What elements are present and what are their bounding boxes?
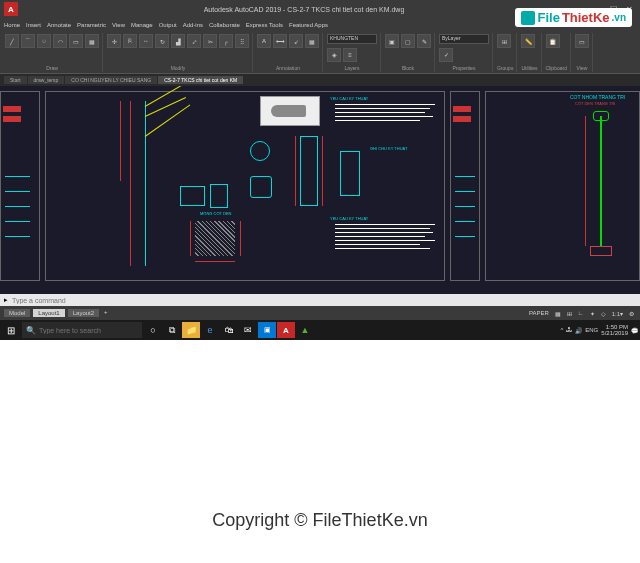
layer-match[interactable]: ≡ [343, 48, 357, 62]
dwg-title-3: MONG COT DEN [200, 211, 231, 216]
watermark: FileThietKe.vn [515, 8, 632, 27]
measure-tool[interactable]: 📏 [521, 34, 535, 48]
polyline-tool[interactable]: ⌒ [21, 34, 35, 48]
hatch-tool[interactable]: ▦ [85, 34, 99, 48]
tray-up-icon[interactable]: ^ [560, 327, 563, 333]
reference-image [260, 96, 320, 126]
paper-toggle[interactable]: PAPER [527, 310, 551, 316]
taskview-icon[interactable]: ⧉ [163, 322, 181, 338]
panel-annotation: A ⟷ ↙ ▦ Annotation [254, 33, 323, 72]
array-tool[interactable]: ⠿ [235, 34, 249, 48]
command-line[interactable]: ▸ [0, 294, 640, 306]
file-tab-1[interactable]: draw_temp [28, 76, 65, 84]
prop-combo[interactable]: ByLayer [439, 34, 489, 44]
ribbon-tab-insert[interactable]: Insert [26, 22, 41, 28]
ribbon-tab-collaborate[interactable]: Collaborate [209, 22, 240, 28]
layer-props[interactable]: ◈ [327, 48, 341, 62]
panel-utilities-label: Utilities [521, 65, 537, 71]
file-tab-3[interactable]: CS-2-7 TKCS chi tiet cot den KM [158, 76, 243, 84]
copyright-text: Copyright © FileThietKe.vn [0, 510, 640, 531]
tray-network-icon[interactable]: 🖧 [566, 327, 572, 333]
match-props[interactable]: ✓ [439, 48, 453, 62]
file-tab-start[interactable]: Start [4, 76, 27, 84]
store-icon[interactable]: 🛍 [220, 322, 238, 338]
file-tab-2[interactable]: CO CHI NGUYEN LY CHIEU SANG [65, 76, 157, 84]
dim-tool[interactable]: ⟷ [273, 34, 287, 48]
ribbon-tab-featured[interactable]: Featured Apps [289, 22, 328, 28]
photos-icon[interactable]: ▣ [258, 322, 276, 338]
edge-icon[interactable]: e [201, 322, 219, 338]
search-box[interactable]: 🔍 [22, 322, 142, 338]
cmd-prompt-icon: ▸ [4, 296, 8, 304]
panel-modify-label: Modify [107, 65, 249, 71]
layer-combo[interactable]: KHUNGTEN [327, 34, 377, 44]
ribbon-tab-manage[interactable]: Manage [131, 22, 153, 28]
stretch-tool[interactable]: ↔ [139, 34, 153, 48]
circle-tool[interactable]: ○ [37, 34, 51, 48]
fillet-tool[interactable]: ╭ [219, 34, 233, 48]
drawing-canvas[interactable]: YEU CAU KY THUAT GHI CHU KY THUAT MONG C… [0, 86, 640, 294]
panel-props-label: Properties [439, 65, 489, 71]
grid-toggle[interactable]: ▦ [553, 310, 563, 317]
panel-modify: ✢ ⎘ ↔ ↻ ▟ ⤢ ✂ ╭ ⠿ Modify [104, 33, 253, 72]
osnap-toggle[interactable]: ◇ [599, 310, 608, 317]
command-input[interactable] [12, 297, 636, 304]
insert-block[interactable]: ▣ [385, 34, 399, 48]
settings-icon[interactable]: ⚙ [627, 310, 636, 317]
polar-toggle[interactable]: ✦ [588, 310, 597, 317]
ribbon-tab-view[interactable]: View [112, 22, 125, 28]
panel-clipboard-label: Clipboard [546, 65, 567, 71]
ortho-toggle[interactable]: ∟ [576, 310, 586, 316]
tray-notifications-icon[interactable]: 💬 [631, 327, 638, 334]
move-tool[interactable]: ✢ [107, 34, 121, 48]
ribbon-tab-output[interactable]: Output [159, 22, 177, 28]
scale-tool[interactable]: ⤢ [187, 34, 201, 48]
group-tool[interactable]: ⊞ [497, 34, 511, 48]
app-icon-2[interactable]: ▲ [296, 322, 314, 338]
table-tool[interactable]: ▦ [305, 34, 319, 48]
cortana-icon[interactable]: ○ [144, 322, 162, 338]
mirror-tool[interactable]: ▟ [171, 34, 185, 48]
search-icon: 🔍 [26, 326, 36, 335]
leader-tool[interactable]: ↙ [289, 34, 303, 48]
arc-tool[interactable]: ◠ [53, 34, 67, 48]
mail-icon[interactable]: ✉ [239, 322, 257, 338]
layout2-tab[interactable]: Layout2 [68, 309, 99, 317]
panel-view-label: View [575, 65, 589, 71]
scale-combo[interactable]: 1:1▾ [610, 310, 625, 317]
ribbon-tab-home[interactable]: Home [4, 22, 20, 28]
panel-draw: ╱ ⌒ ○ ◠ ▭ ▦ Draw [2, 33, 103, 72]
add-layout-button[interactable]: + [102, 309, 110, 317]
autocad-taskbar-icon[interactable]: A [277, 322, 295, 338]
rotate-tool[interactable]: ↻ [155, 34, 169, 48]
line-tool[interactable]: ╱ [5, 34, 19, 48]
edit-block[interactable]: ✎ [417, 34, 431, 48]
ribbon-tab-annotate[interactable]: Annotate [47, 22, 71, 28]
start-button[interactable]: ⊞ [2, 322, 20, 338]
view-base[interactable]: ▭ [575, 34, 589, 48]
tray-lang[interactable]: ENG [585, 327, 598, 333]
app-logo[interactable]: A [4, 2, 18, 16]
text-tool[interactable]: A [257, 34, 271, 48]
panel-groups: ⊞ Groups [494, 33, 517, 72]
panel-block-label: Block [385, 65, 431, 71]
panel-utilities: 📏 Utilities [518, 33, 541, 72]
snap-toggle[interactable]: ⊞ [565, 310, 574, 317]
ribbon: ╱ ⌒ ○ ◠ ▭ ▦ Draw ✢ ⎘ ↔ ↻ ▟ ⤢ ✂ ╭ ⠿ Modif… [0, 32, 640, 74]
panel-annotation-label: Annotation [257, 65, 319, 71]
paste-tool[interactable]: 📋 [546, 34, 560, 48]
tray-volume-icon[interactable]: 🔊 [575, 327, 582, 334]
ribbon-tab-express[interactable]: Express Tools [246, 22, 283, 28]
explorer-icon[interactable]: 📁 [182, 322, 200, 338]
dwg-title-2: YEU CAU KY THUAT [330, 216, 368, 221]
panel-properties: ByLayer ✓ Properties [436, 33, 493, 72]
model-tab[interactable]: Model [4, 309, 30, 317]
search-input[interactable] [39, 327, 138, 334]
rect-tool[interactable]: ▭ [69, 34, 83, 48]
ribbon-tab-addins[interactable]: Add-ins [183, 22, 203, 28]
create-block[interactable]: ▢ [401, 34, 415, 48]
trim-tool[interactable]: ✂ [203, 34, 217, 48]
layout1-tab[interactable]: Layout1 [33, 309, 64, 317]
copy-tool[interactable]: ⎘ [123, 34, 137, 48]
ribbon-tab-parametric[interactable]: Parametric [77, 22, 106, 28]
